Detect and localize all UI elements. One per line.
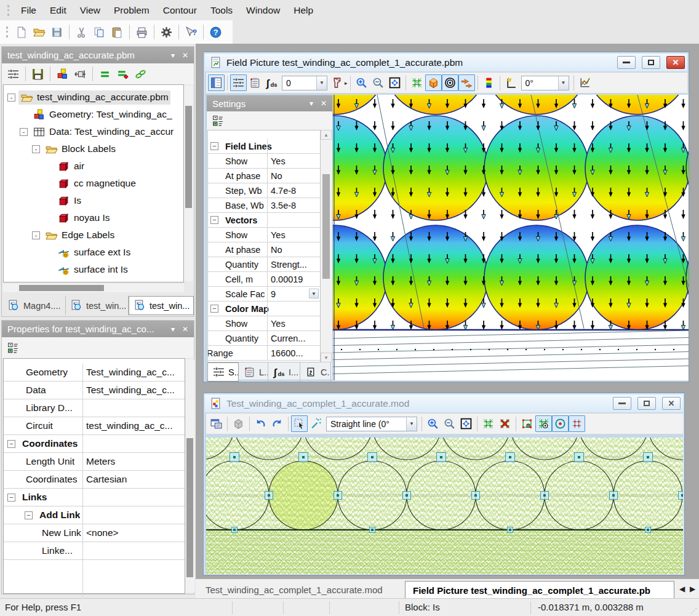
property-row-base-wb[interactable]: Base, Wb3.5e-8 bbox=[208, 198, 320, 213]
print-button[interactable] bbox=[134, 24, 150, 41]
zoom-in-button[interactable] bbox=[353, 74, 370, 91]
resize-grip-icon[interactable]: ⋰ bbox=[690, 607, 697, 615]
rainbow-button[interactable] bbox=[481, 74, 497, 91]
toolbar-combobox[interactable]: 0▼ bbox=[282, 76, 327, 90]
tree-item-geometry-test-winding-ac[interactable]: Geometry: Test_winding_ac_ bbox=[20, 106, 174, 123]
property-value[interactable]: 3.5e-8 bbox=[267, 198, 320, 212]
collapse-icon[interactable]: − bbox=[210, 142, 218, 150]
property-row-at-phase[interactable]: At phaseNo bbox=[208, 169, 320, 183]
property-value[interactable]: 9▼ bbox=[267, 287, 320, 301]
color-map-3d-button[interactable] bbox=[425, 74, 442, 91]
property-value[interactable]: Yes bbox=[267, 154, 320, 168]
help-button[interactable]: ? bbox=[207, 24, 224, 41]
panel-close-icon[interactable]: ✕ bbox=[182, 325, 188, 334]
settings-tab-3[interactable]: ∫dsI... bbox=[268, 362, 300, 382]
select-button[interactable] bbox=[291, 415, 308, 432]
property-row-library-d[interactable]: Library D... bbox=[4, 399, 185, 417]
minimize-button[interactable] bbox=[613, 397, 631, 410]
property-value[interactable]: Meters bbox=[82, 453, 185, 470]
mesh-button[interactable] bbox=[409, 74, 425, 91]
new-button[interactable] bbox=[13, 24, 30, 41]
toolbar-grip[interactable] bbox=[7, 5, 9, 16]
open-button[interactable] bbox=[31, 24, 47, 41]
cut-button[interactable] bbox=[73, 24, 90, 41]
collapse-icon[interactable]: − bbox=[210, 305, 218, 313]
show-vertices-button[interactable] bbox=[552, 415, 569, 432]
tab-model-document[interactable]: Test_winding_ac_complet_1_accurate.mod bbox=[198, 581, 405, 599]
property-row-data[interactable]: DataTest_winding_ac_c... bbox=[4, 382, 185, 399]
mesh-window-titlebar[interactable]: Test_winding_ac_complet_1_accurate.mod ✕ bbox=[205, 394, 683, 412]
edit-vertices-button[interactable] bbox=[519, 415, 535, 432]
combobox-dropdown-icon[interactable]: ▼ bbox=[558, 76, 569, 90]
categorize-button[interactable] bbox=[5, 340, 22, 356]
panel-menu-icon[interactable]: ▾ bbox=[171, 51, 175, 60]
menu-problem[interactable]: Problem bbox=[107, 2, 156, 19]
property-value[interactable]: Curren... bbox=[267, 331, 320, 345]
property-row-new-link[interactable]: New Link<none> bbox=[4, 524, 185, 542]
property-value[interactable]: 0.00019 bbox=[267, 272, 320, 286]
property-value[interactable]: 16600... bbox=[267, 346, 320, 360]
group-row-field-lines[interactable]: −Field Lines bbox=[208, 139, 320, 154]
property-row-quantity[interactable]: QuantityStrengt... bbox=[208, 257, 320, 272]
settings-tab-2[interactable]: L... bbox=[239, 362, 268, 382]
property-value[interactable]: <none> bbox=[82, 524, 185, 542]
tree-item-surface-int-is[interactable]: osurface int Is bbox=[44, 261, 130, 278]
zoom-out-button[interactable] bbox=[441, 415, 458, 432]
categorize-button[interactable] bbox=[210, 113, 226, 129]
property-row-scale-fac[interactable]: Scale Fac9▼ bbox=[208, 287, 320, 302]
property-value[interactable]: Cartesian bbox=[82, 471, 185, 488]
menu-file[interactable]: File bbox=[14, 2, 43, 19]
panel-close-icon[interactable]: ✕ bbox=[321, 99, 327, 108]
minimize-button[interactable] bbox=[617, 56, 636, 69]
property-row-circuit[interactable]: Circuittest_winding_ac_c... bbox=[4, 417, 185, 435]
property-row-at-phase[interactable]: At phaseNo bbox=[208, 242, 320, 257]
contour-button[interactable] bbox=[329, 74, 346, 91]
remove-mesh-button[interactable] bbox=[497, 415, 513, 432]
tree-expand-icon[interactable]: - bbox=[32, 145, 40, 153]
menu-tools[interactable]: Tools bbox=[204, 2, 239, 19]
links-button[interactable] bbox=[132, 66, 149, 82]
tree-horizontal-scrollbar[interactable] bbox=[3, 284, 184, 292]
tree-item-test-winding-ac-accurate-pbm[interactable]: -test_winding_ac_accurate.pbm bbox=[7, 89, 170, 106]
property-row-cell-m[interactable]: Cell, m0.00019 bbox=[208, 272, 320, 287]
zoom-out-button[interactable] bbox=[370, 74, 386, 91]
show-mesh-button[interactable] bbox=[535, 415, 552, 432]
zoom-in-button[interactable] bbox=[425, 415, 441, 432]
group-row-color-map[interactable]: −Color Map bbox=[208, 302, 320, 316]
integral-button[interactable]: ∫ds bbox=[263, 74, 280, 91]
property-row-coordinates[interactable]: CoordinatesCartesian bbox=[4, 471, 185, 489]
tree-item-data-test-winding-ac-accur[interactable]: -Data: Test_winding_ac_accur bbox=[20, 123, 175, 140]
settings-tab-4[interactable]: żC. bbox=[300, 362, 331, 382]
tree-item-edge-labels[interactable]: -Edge Labels bbox=[32, 226, 116, 244]
view-options-button[interactable] bbox=[5, 66, 22, 82]
property-row-geometry[interactable]: GeometryTest_winding_ac_c... bbox=[4, 364, 185, 382]
redo-button[interactable] bbox=[269, 415, 286, 432]
group-row-links[interactable]: −Links bbox=[4, 489, 185, 506]
tree-expand-icon[interactable]: - bbox=[7, 94, 15, 102]
property-value[interactable]: Strengt... bbox=[267, 257, 320, 271]
mesh-view[interactable] bbox=[206, 438, 683, 574]
property-row-linke[interactable]: Linke... bbox=[4, 542, 185, 560]
xy-plot-button[interactable] bbox=[577, 74, 593, 91]
tab-scroll-left-icon[interactable]: ◀ bbox=[679, 585, 685, 593]
toolbar-grip[interactable] bbox=[6, 26, 8, 38]
settings-panel-header[interactable]: Settings ▾ ✕ bbox=[207, 95, 332, 111]
property-value[interactable] bbox=[82, 542, 185, 559]
dropdown-menu-icon[interactable]: ▸ bbox=[345, 80, 348, 86]
property-row-step-wb[interactable]: Step, Wb4.7e-8 bbox=[208, 183, 320, 198]
settings-gear-button[interactable] bbox=[158, 24, 175, 41]
combobox-dropdown-icon[interactable]: ▼ bbox=[406, 417, 417, 431]
field-window-titlebar[interactable]: Field Picture test_winding_ac_complet_1_… bbox=[205, 54, 687, 71]
solid-view-button[interactable] bbox=[230, 415, 247, 432]
tree-item-surface-ext-is[interactable]: osurface ext Is bbox=[44, 244, 132, 261]
property-value[interactable]: No bbox=[267, 169, 320, 183]
property-value[interactable]: Test_winding_ac_c... bbox=[82, 364, 185, 381]
panel-menu-icon[interactable]: ▾ bbox=[171, 325, 175, 334]
property-value[interactable]: Yes bbox=[267, 316, 320, 330]
property-value[interactable]: Yes bbox=[267, 228, 320, 242]
vectors-button[interactable] bbox=[458, 74, 475, 91]
property-row-show[interactable]: ShowYes bbox=[208, 228, 320, 242]
equals-button[interactable] bbox=[97, 66, 113, 82]
tree-vertical-scrollbar[interactable] bbox=[184, 86, 193, 281]
menu-edit[interactable]: Edit bbox=[43, 2, 73, 19]
